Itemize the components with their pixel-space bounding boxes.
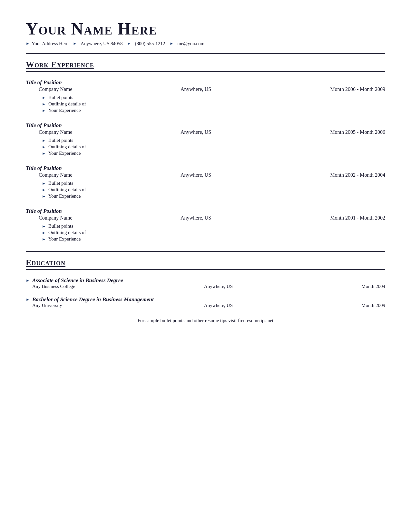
job-1: Title of Position Company Name Anywhere,… (26, 79, 385, 113)
edu-arrow-icon: ► (26, 278, 30, 283)
bullet-arrow-icon: ► (42, 95, 46, 100)
work-experience-title: Work Experience (26, 60, 385, 70)
edu-2-date: Month 2009 (327, 303, 385, 308)
edu-arrow-icon: ► (26, 297, 30, 302)
bullet-arrow-icon: ► (42, 224, 46, 229)
job-4-company: Company Name (26, 215, 97, 221)
job-2-dates: Month 2005 - Month 2006 (295, 129, 385, 135)
bullet-arrow-icon: ► (42, 145, 46, 150)
edu-2-degree: Bachelor of Science Degree in Business M… (32, 296, 385, 303)
bullet-arrow-icon: ► (42, 181, 46, 186)
edu-2-detail-row: Any University Anywhere, US Month 2009 (32, 303, 385, 308)
job-4-dates: Month 2001 - Month 2002 (295, 215, 385, 221)
job-1-company: Company Name (26, 86, 97, 92)
bullet-arrow-icon: ► (42, 231, 46, 235)
job-1-bullets: ►Bullet points ►Outlining details of ►Yo… (26, 95, 385, 113)
edu-2-location: Anywhere, US (110, 303, 327, 308)
job-2-bullets: ►Bullet points ►Outlining details of ►Yo… (26, 138, 385, 156)
list-item: ►Outlining details of (42, 187, 385, 192)
edu-1-date: Month 2004 (327, 284, 385, 289)
city-state: Anywhere, US 84058 (81, 41, 122, 46)
list-item: ►Your Experience (42, 108, 385, 113)
job-3-title: Title of Position (26, 165, 97, 172)
footer-note: For sample bullet points and other resum… (26, 318, 385, 323)
list-item: ►Bullet points (42, 181, 385, 186)
bullet-arrow-icon: ► (42, 151, 46, 156)
list-item: ►Your Experience (42, 151, 385, 156)
list-item: ►Bullet points (42, 138, 385, 143)
job-2: Title of Position Company Name Anywhere,… (26, 122, 385, 156)
edu-1: ► Associate of Science in Business Degre… (26, 277, 385, 289)
list-item: ►Bullet points (42, 95, 385, 100)
edu-2-content: Bachelor of Science Degree in Business M… (32, 296, 385, 308)
edu-2-school: Any University (32, 303, 110, 308)
job-1-location: Anywhere, US (97, 86, 295, 92)
edu-2: ► Bachelor of Science Degree in Business… (26, 296, 385, 308)
work-divider-2 (26, 71, 385, 72)
contact-info: ► Your Address Here ► Anywhere, US 84058… (26, 41, 385, 46)
edu-1-content: Associate of Science in Business Degree … (32, 277, 385, 289)
list-item: ►Outlining details of (42, 144, 385, 150)
job-4: Title of Position Company Name Anywhere,… (26, 208, 385, 242)
education-title: Education (26, 258, 385, 268)
bullet-arrow-icon: ► (42, 108, 46, 113)
edu-divider-2 (26, 269, 385, 270)
job-4-location: Anywhere, US (97, 215, 295, 221)
job-2-company: Company Name (26, 129, 97, 135)
edu-2-item: ► Bachelor of Science Degree in Business… (26, 296, 385, 308)
job-4-title: Title of Position (26, 208, 97, 214)
job-3-location: Anywhere, US (97, 172, 295, 178)
resume-header: Your Name Here ► Your Address Here ► Any… (26, 19, 385, 46)
phone: (800) 555-1212 (135, 41, 165, 46)
arrow-icon-4: ► (170, 41, 173, 46)
edu-1-detail-row: Any Business College Anywhere, US Month … (32, 284, 385, 289)
arrow-icon-1: ► (26, 41, 30, 46)
bullet-arrow-icon: ► (42, 194, 46, 199)
bullet-arrow-icon: ► (42, 188, 46, 192)
list-item: ►Outlining details of (42, 230, 385, 235)
job-3-dates: Month 2002 - Month 2004 (295, 172, 385, 178)
job-2-location: Anywhere, US (97, 129, 295, 135)
bullet-arrow-icon: ► (42, 102, 46, 107)
edu-divider (26, 251, 385, 252)
address: Your Address Here (32, 41, 68, 46)
job-1-title: Title of Position (26, 79, 97, 86)
job-4-bullets: ►Bullet points ►Outlining details of ►Yo… (26, 223, 385, 242)
list-item: ►Your Experience (42, 193, 385, 199)
job-1-dates: Month 2006 - Month 2009 (295, 86, 385, 92)
email: me@you.com (177, 41, 204, 46)
list-item: ►Outlining details of (42, 101, 385, 107)
bullet-arrow-icon: ► (42, 237, 46, 242)
edu-1-item: ► Associate of Science in Business Degre… (26, 277, 385, 289)
work-divider (26, 53, 385, 54)
job-3-bullets: ►Bullet points ►Outlining details of ►Yo… (26, 181, 385, 199)
list-item: ►Bullet points (42, 223, 385, 229)
applicant-name: Your Name Here (26, 19, 385, 38)
job-2-title: Title of Position (26, 122, 97, 129)
list-item: ►Your Experience (42, 236, 385, 242)
arrow-icon-3: ► (127, 41, 131, 46)
edu-1-school: Any Business College (32, 284, 110, 289)
edu-1-location: Anywhere, US (110, 284, 327, 289)
bullet-arrow-icon: ► (42, 138, 46, 143)
arrow-icon-2: ► (73, 41, 77, 46)
job-3: Title of Position Company Name Anywhere,… (26, 165, 385, 199)
job-3-company: Company Name (26, 172, 97, 178)
edu-1-degree: Associate of Science in Business Degree (32, 277, 385, 284)
